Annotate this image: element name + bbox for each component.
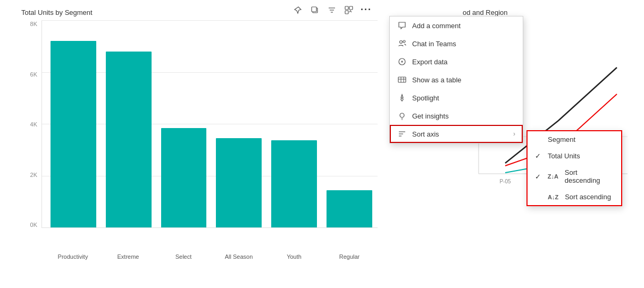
export-icon	[397, 57, 407, 66]
bar-group-extreme[interactable]	[106, 52, 152, 228]
menu-label-get-insights: Get insights	[412, 112, 515, 120]
insights-icon	[397, 111, 407, 121]
submenu-item-sort-asc[interactable]: A↓Z Sort ascending	[528, 189, 621, 205]
menu-item-get-insights[interactable]: Get insights	[390, 107, 523, 125]
bar-allseason[interactable]	[216, 138, 262, 227]
menu-label-show-table: Show as a table	[412, 76, 515, 84]
y-label-0k: 0K	[30, 222, 37, 228]
bar-productivity[interactable]	[51, 41, 96, 227]
submenu-item-sort-desc[interactable]: ✓ Z↓A Sort descending	[528, 164, 621, 189]
submenu-item-total-units[interactable]: ✓ Total Units	[528, 148, 621, 164]
menu-label-add-comment: Add a comment	[412, 22, 515, 30]
menu-label-export-data: Export data	[412, 58, 515, 66]
x-label-regular: Regular	[327, 253, 372, 260]
y-axis: 0K 2K 4K 6K 8K	[21, 21, 37, 228]
sort-submenu: Segment ✓ Total Units ✓ Z↓A Sort descend…	[526, 130, 622, 206]
chart-title: Total Units by Segment	[21, 9, 378, 16]
menu-item-export-data[interactable]: Export data	[390, 53, 523, 71]
check-sort-desc: ✓	[535, 173, 543, 181]
bar-regular[interactable]	[327, 190, 372, 227]
bar-extreme[interactable]	[106, 52, 152, 228]
bar-group-youth[interactable]	[271, 140, 317, 227]
x-label-youth: Youth	[271, 253, 317, 260]
bar-group-regular[interactable]	[327, 190, 372, 227]
y-label-2k: 2K	[30, 172, 37, 178]
svg-point-24	[400, 113, 404, 117]
spotlight-icon	[397, 93, 407, 103]
x-labels: Productivity Extreme Select All Season Y…	[41, 253, 378, 260]
bar-group-productivity[interactable]	[51, 41, 96, 227]
sort-label-ascending: Sort ascending	[565, 193, 611, 201]
bar-group-allseason[interactable]	[216, 138, 262, 227]
svg-rect-18	[398, 77, 406, 82]
y-label-4k: 4K	[30, 121, 37, 128]
menu-item-add-comment[interactable]: Add a comment	[390, 16, 523, 35]
y-label-6k: 6K	[30, 71, 37, 78]
table-icon	[397, 75, 407, 84]
menu-label-sort-axis: Sort axis	[412, 130, 508, 138]
menu-item-sort-axis[interactable]: Sort axis ›	[390, 125, 523, 143]
menu-label-chat-teams: Chat in Teams	[412, 40, 515, 48]
check-total-units: ✓	[535, 152, 543, 160]
svg-point-25	[402, 119, 403, 120]
menu-item-show-table[interactable]: Show as a table	[390, 71, 523, 89]
bar-select[interactable]	[161, 128, 207, 227]
submenu-item-segment[interactable]: Segment	[528, 131, 621, 148]
line-chart-title: od and Region	[463, 9, 639, 16]
svg-point-16	[403, 40, 405, 43]
svg-point-22	[401, 98, 403, 100]
svg-point-15	[400, 41, 403, 44]
x-label-extreme: Extreme	[105, 253, 151, 260]
bar-group-select[interactable]	[161, 128, 207, 227]
menu-label-spotlight: Spotlight	[412, 94, 515, 102]
menu-item-chat-teams[interactable]: Chat in Teams	[390, 35, 523, 53]
sort-label-total-units: Total Units	[548, 152, 580, 160]
sort-label-segment: Segment	[548, 135, 575, 143]
svg-text:P-05: P-05	[499, 179, 511, 184]
y-label-8k: 8K	[30, 21, 37, 27]
bar-chart-area: 0K 2K 4K 6K 8K	[21, 21, 378, 260]
menu-item-spotlight[interactable]: Spotlight	[390, 89, 523, 107]
comment-icon	[397, 21, 407, 30]
x-label-productivity: Productivity	[50, 253, 96, 260]
sort-asc-icon: A↓Z	[548, 194, 558, 200]
x-label-select: Select	[161, 253, 206, 260]
teams-icon	[397, 39, 407, 48]
sort-label-descending: Sort descending	[565, 168, 614, 184]
sort-axis-icon	[397, 129, 407, 139]
sort-axis-arrow: ›	[513, 130, 515, 138]
x-label-allseason: All Season	[216, 253, 262, 260]
context-menu: Add a comment Chat in Teams Export data	[389, 16, 523, 143]
sort-desc-icon: Z↓A	[548, 173, 558, 180]
chart-panel: Total Units by Segment 0K 2K 4K 6K 8K	[0, 0, 388, 288]
bars-container	[41, 21, 378, 228]
bar-youth[interactable]	[271, 140, 317, 227]
